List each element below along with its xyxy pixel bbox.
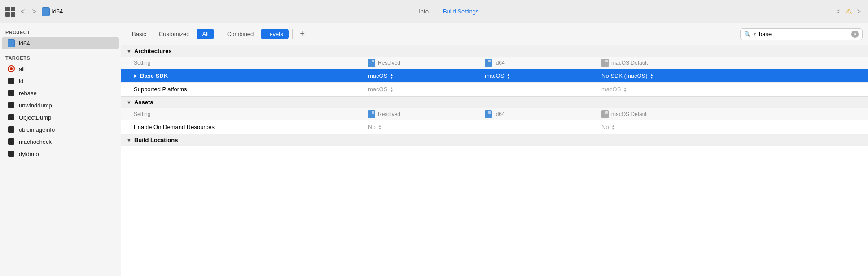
objcimageinfo-icon [7,125,15,134]
cell-resolved-stepper-base-sdk[interactable]: ▲▼ [390,73,393,79]
section-assets[interactable]: ▼ Assets [121,96,868,108]
cell-macos-stepper-enable-on-demand[interactable]: ▲▼ [612,124,615,130]
filter-divider-1 [218,29,218,39]
cell-name-text-supported-platforms: Supported Platforms [134,86,187,93]
macos-col-icon-assets [601,110,609,118]
filter-basic-button[interactable]: Basic [127,29,152,39]
project-title: ld64 [52,8,63,15]
col-header-setting-label: Setting [134,60,150,66]
section-arrow-build-locations: ▼ [127,138,132,143]
column-header-row-assets: Setting Resolved ld64 macOS Default [121,108,868,120]
sidebar-item-ld64[interactable]: ld64 [2,37,119,49]
sidebar-item-objcimageinfo[interactable]: objcimageinfo [2,124,119,135]
col-header-ld64-assets: ld64 [485,110,601,118]
nav-forward-button[interactable]: > [30,7,38,17]
cell-name-supported-platforms: Supported Platforms [121,86,368,93]
search-clear-button[interactable]: ✕ [851,31,859,38]
cell-ld64-stepper-base-sdk[interactable]: ▲▼ [507,73,510,79]
cell-resolved-supported-platforms: macOS ▲▼ [368,86,485,93]
macos-col-icon [601,59,609,67]
section-label-build-locations: Build Locations [134,137,178,143]
cell-macos-stepper-base-sdk[interactable]: ▲▼ [650,73,653,79]
sidebar-item-label-objectdump: ObjectDump [19,114,51,121]
col-header-macos: macOS Default [601,59,868,67]
section-architectures[interactable]: ▼ Architectures [121,45,868,57]
col-header-resolved-assets-label: Resolved [378,111,400,117]
dyldinfo-icon [7,150,15,158]
sidebar-item-rebase[interactable]: rebase [2,87,119,99]
title-bar-tabs: Info Build Settings [66,8,831,15]
cell-macos-stepper-supported-platforms[interactable]: ▲▼ [623,86,627,93]
col-header-setting: Setting [121,60,368,66]
unwinddump-icon [7,101,15,109]
col-header-resolved: Resolved [368,59,485,67]
content-area: Basic Customized All Combined Levels + 🔍… [121,23,868,276]
col-header-resolved-label: Resolved [378,60,400,66]
filter-levels-button[interactable]: Levels [261,29,289,39]
cell-resolved-base-sdk: macOS ▲▼ [368,72,485,79]
cell-resolved-value-base-sdk: macOS [368,72,387,79]
col-header-ld64: ld64 [485,59,601,67]
col-header-macos-assets-label: macOS Default [611,111,648,117]
objectdump-icon [7,113,15,121]
nav-right-icon[interactable]: > [855,7,863,17]
section-label-architectures: Architectures [134,48,172,54]
table-row-supported-platforms[interactable]: Supported Platforms macOS ▲▼ macOS ▲▼ [121,83,868,96]
col-header-setting-assets-label: Setting [134,111,150,117]
filter-customized-button[interactable]: Customized [153,29,195,39]
title-bar-right: < ⚠ > [834,7,863,17]
sidebar-targets-header: TARGETS [0,53,121,62]
sidebar-item-label-ld: ld [19,78,23,85]
cell-macos-value-enable-on-demand: No [601,124,609,130]
nav-back-button[interactable]: < [19,7,26,17]
sidebar-item-machocheck[interactable]: machocheck [2,136,119,147]
search-icon: 🔍 [744,31,751,37]
sidebar-item-objectdump[interactable]: ObjectDump [2,111,119,123]
sidebar-item-label-machocheck: machocheck [19,138,52,145]
project-file-icon [42,7,50,16]
grid-icon[interactable] [5,7,15,17]
sidebar-item-label-dyldinfo: dyldinfo [19,151,39,157]
cell-name-text-enable-on-demand: Enable On Demand Resources [134,124,215,130]
table-row-base-sdk[interactable]: ▶ Base SDK macOS ▲▼ macOS ▲▼ No SDK (mac… [121,69,868,83]
ld64-col-icon-assets [485,110,492,118]
nav-left-icon[interactable]: < [834,7,842,17]
cell-resolved-stepper-enable-on-demand[interactable]: ▲▼ [378,124,381,130]
sidebar-item-ld[interactable]: ld [2,75,119,87]
project-title-area: ld64 [42,7,63,16]
filter-bar: Basic Customized All Combined Levels + 🔍… [121,23,868,45]
search-dropdown-arrow[interactable]: ▾ [754,31,756,37]
sidebar-item-dyldinfo[interactable]: dyldinfo [2,148,119,160]
table-row-enable-on-demand[interactable]: Enable On Demand Resources No ▲▼ No ▲▼ [121,120,868,134]
cell-macos-supported-platforms: macOS ▲▼ [601,86,868,93]
cell-name-text-base-sdk: Base SDK [140,72,168,79]
col-header-setting-assets: Setting [121,111,368,117]
col-header-macos-label: macOS Default [611,60,648,66]
search-box[interactable]: 🔍 ▾ ✕ [740,28,863,40]
cell-name-base-sdk: ▶ Base SDK [121,72,368,79]
filter-combined-button[interactable]: Combined [222,29,259,39]
filter-add-button[interactable]: + [296,28,309,40]
section-label-assets: Assets [134,99,153,106]
ld-icon [7,77,15,85]
machocheck-icon [7,138,15,146]
sidebar: PROJECT ld64 TARGETS all ld rebase [0,23,121,276]
filter-divider-2 [292,29,293,39]
resolved-col-icon [368,59,375,67]
resolved-col-icon-assets [368,110,375,118]
cell-macos-value-supported-platforms: macOS [601,86,621,93]
tab-info[interactable]: Info [419,8,429,15]
tab-build-settings[interactable]: Build Settings [443,8,479,15]
section-build-locations[interactable]: ▼ Build Locations [121,134,868,146]
sidebar-item-label-rebase: rebase [19,90,37,97]
search-input[interactable] [759,31,849,37]
section-arrow-assets: ▼ [127,100,132,105]
section-arrow-architectures: ▼ [127,49,132,54]
filter-all-button[interactable]: All [197,29,214,39]
sidebar-item-unwinddump[interactable]: unwinddump [2,99,119,111]
rebase-icon [7,89,15,97]
cell-macos-enable-on-demand: No ▲▼ [601,124,868,130]
cell-resolved-stepper-supported-platforms[interactable]: ▲▼ [390,86,393,93]
sidebar-item-all[interactable]: all [2,63,119,75]
cell-macos-base-sdk: No SDK (macOS) ▲▼ [601,72,868,79]
